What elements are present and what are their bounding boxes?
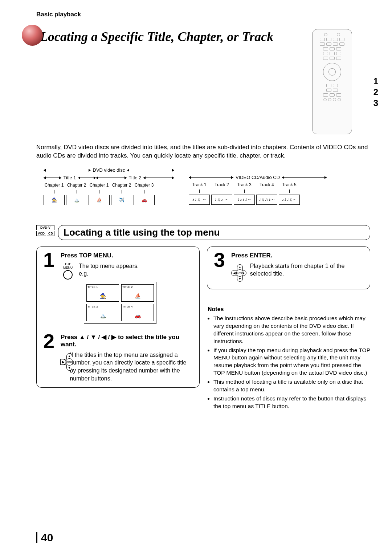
note-item: This method of locating a title is avail… xyxy=(213,378,370,394)
step1-line1: The top menu appears. xyxy=(79,263,139,269)
breadcrumb: Basic playback xyxy=(36,11,370,18)
top-menu-button-icon: TOP MENU xyxy=(61,262,75,280)
track4: Track 4 xyxy=(260,182,274,187)
page-number: 40 xyxy=(36,532,53,543)
page-title: Locating a Specific Title, Chapter, or T… xyxy=(36,29,301,44)
dpad-icon: ▲▼ ◀▶ ENTER xyxy=(61,353,66,371)
step2-number: 2 xyxy=(43,333,58,350)
dvd-label: DVD video disc xyxy=(93,167,125,173)
disc-type-badges: DVD-V VCD CD xyxy=(36,225,54,240)
step-card-1-2: 1 Press TOP MENU. TOP MENU The top menu … xyxy=(36,247,200,388)
track5: Track 5 xyxy=(282,182,297,187)
badge-dvdv: DVD-V xyxy=(36,225,54,230)
step3-number: 3 xyxy=(214,252,229,268)
tile4: TITLE 4 xyxy=(122,305,132,308)
t2c1: Chapter 1 xyxy=(90,183,109,188)
tile2: TITLE 2 xyxy=(122,285,132,289)
note-item: Instruction notes of discs may refer to … xyxy=(213,395,370,410)
t1c1: Chapter 1 xyxy=(45,183,64,188)
t2c2: Chapter 2 xyxy=(112,183,131,188)
callout-2: 2 xyxy=(373,87,378,97)
badge-cd: CD xyxy=(47,231,54,236)
callout-1: 1 xyxy=(373,76,378,86)
enter-center: ENTER xyxy=(236,269,244,277)
cd-diagram: VIDEO CD/Audio CD Track 1♪♩♫ ∼ Track 2♩♫… xyxy=(189,175,327,205)
step-card-3: 3 Press ENTER. ▲▼ ◀▶ ENTER Playback star… xyxy=(207,247,370,289)
badge-vcd: VCD xyxy=(36,231,46,236)
step1-number: 1 xyxy=(43,252,58,268)
cd-label: VIDEO CD/Audio CD xyxy=(236,175,280,180)
dvd-diagram: DVD video disc Title 1 Title 2 Chapter 1… xyxy=(44,167,174,205)
section-title: Locating a title using the top menu xyxy=(58,225,370,240)
remote-illustration: 1 2 3 xyxy=(309,29,370,134)
step2-heading: Press ▲ / ▼ / ◀ / ▶ to select the title … xyxy=(61,333,193,348)
enter-dpad-icon: ▲▼ ◀▶ ENTER xyxy=(231,264,246,282)
step3-body: Playback starts from chapter 1 of the se… xyxy=(250,262,363,278)
top-menu-label: TOP MENU xyxy=(63,262,73,269)
note-item: The instructions above describe basic pr… xyxy=(213,315,370,345)
step2-body: If the titles in the top menu are assign… xyxy=(70,351,193,382)
notes-list: The instructions above describe basic pr… xyxy=(207,315,370,410)
dpad-enter: ENTER xyxy=(66,358,73,366)
track2: Track 2 xyxy=(215,182,229,187)
t1c2: Chapter 2 xyxy=(67,183,86,188)
track3: Track 3 xyxy=(237,182,252,187)
t2c3: Chapter 3 xyxy=(135,183,154,188)
title1-label: Title 1 xyxy=(64,175,76,180)
step1-heading: Press TOP MENU. xyxy=(61,252,193,259)
callout-3: 3 xyxy=(373,98,378,108)
step3-heading: Press ENTER. xyxy=(231,252,363,259)
tile1: TITLE 1 xyxy=(87,285,98,289)
step1-eg: e.g. xyxy=(79,270,89,277)
tile3: TITLE 3 xyxy=(87,305,98,308)
top-menu-example: TITLE 1🧙 TITLE 2⛵ TITLE 3🏔️ TITLE 4🚗 xyxy=(84,282,156,324)
sphere-icon xyxy=(22,25,43,46)
intro-paragraph: Normally, DVD video discs are divided in… xyxy=(36,143,370,160)
track1: Track 1 xyxy=(192,182,207,187)
page-title-text: Locating a Specific Title, Chapter, or T… xyxy=(40,29,273,44)
notes-heading: Notes xyxy=(208,306,370,313)
note-item: If you display the top menu during playb… xyxy=(213,347,370,377)
title2-label: Title 2 xyxy=(129,175,142,180)
